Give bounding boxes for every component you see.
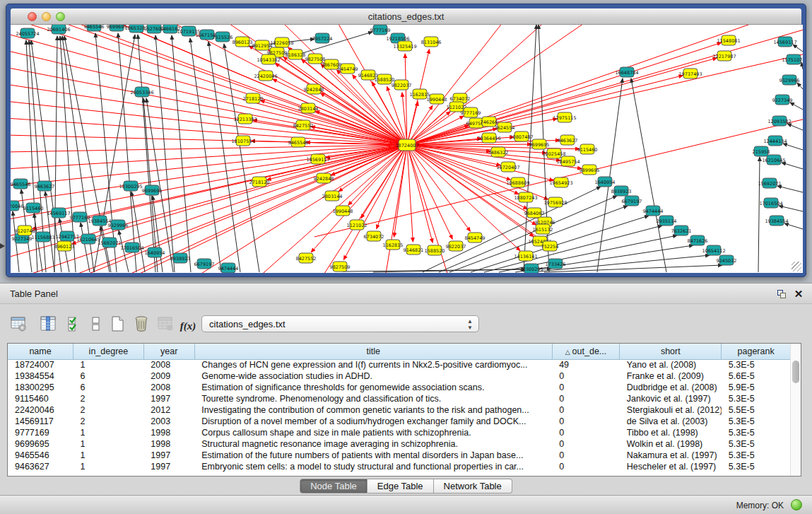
- graph-node[interactable]: 14569117: [47, 208, 70, 218]
- table-settings-icon[interactable]: [8, 315, 28, 334]
- graph-edge[interactable]: [407, 145, 520, 250]
- graph-node[interactable]: 16648784: [615, 67, 638, 77]
- function-builder-icon[interactable]: f(x): [178, 316, 198, 336]
- table-cell[interactable]: 9115460: [8, 393, 73, 404]
- graph-node[interactable]: 7632621: [671, 226, 692, 235]
- graph-edge[interactable]: [797, 83, 803, 89]
- graph-node[interactable]: 8454749: [338, 64, 358, 74]
- graph-node[interactable]: 1990448: [333, 206, 353, 216]
- graph-node[interactable]: 9242848: [314, 173, 334, 183]
- graph-node[interactable]: 9699695: [529, 139, 550, 149]
- delete-table-icon[interactable]: [155, 315, 175, 334]
- table-row[interactable]: 2242004622012Investigating the contribut…: [8, 404, 791, 416]
- graph-node[interactable]: 9463627: [558, 135, 578, 145]
- table-cell[interactable]: 1: [73, 461, 144, 472]
- column-header-name[interactable]: name: [8, 344, 73, 359]
- graph-node[interactable]: 8938923: [170, 253, 191, 263]
- graph-edge[interactable]: [34, 214, 42, 272]
- graph-node[interactable]: 8912954: [252, 40, 273, 50]
- graph-node[interactable]: 2935114: [657, 216, 677, 226]
- graph-edge[interactable]: [779, 206, 803, 211]
- graph-node[interactable]: 8960123: [54, 241, 75, 251]
- table-row[interactable]: 1872400712008Changes of HCN gene express…: [8, 359, 791, 370]
- graph-node[interactable]: 9684067: [524, 208, 545, 218]
- graph-node[interactable]: 9115460: [23, 203, 44, 213]
- new-table-icon[interactable]: [107, 315, 127, 334]
- table-cell[interactable]: Corpus callosum shape and size in male p…: [194, 427, 552, 438]
- table-cell[interactable]: 5.6E-5: [722, 370, 791, 382]
- graph-node[interactable]: 18300295: [519, 264, 543, 273]
- table-row[interactable]: 946362711997Embryonic stem cells: a mode…: [8, 461, 791, 472]
- table-cell[interactable]: 0: [552, 461, 620, 472]
- graph-node[interactable]: 10807487: [510, 132, 533, 141]
- table-cell[interactable]: 6: [73, 382, 144, 393]
- network-svg[interactable]: 2405572420691406946554696996951065328715…: [11, 25, 803, 273]
- table-cell[interactable]: 0: [552, 404, 620, 416]
- table-cell[interactable]: 2009: [143, 370, 194, 382]
- graph-node[interactable]: 12093582: [767, 116, 791, 126]
- table-cell[interactable]: 1: [73, 450, 144, 461]
- graph-node[interactable]: 8186328: [286, 49, 306, 59]
- graph-node[interactable]: 752254: [541, 241, 559, 251]
- graph-node[interactable]: 9474444: [218, 263, 239, 273]
- graph-node[interactable]: 9227349: [772, 95, 793, 105]
- graph-node[interactable]: 9699695: [107, 25, 127, 31]
- graph-node[interactable]: 9777169: [461, 107, 481, 117]
- graph-edge[interactable]: [407, 28, 803, 145]
- graph-node[interactable]: 16210645: [76, 234, 100, 244]
- table-cell[interactable]: 0: [552, 393, 620, 404]
- column-header-pagerank[interactable]: pagerank: [722, 344, 791, 359]
- table-cell[interactable]: 5.3E-5: [722, 450, 791, 461]
- table-cell[interactable]: Estimation of significance thresholds fo…: [194, 382, 552, 393]
- network-canvas[interactable]: 2405572420691406946554696996951065328715…: [11, 25, 803, 273]
- graph-node[interactable]: 1640954: [595, 177, 616, 187]
- graph-node[interactable]: 9120746: [15, 226, 35, 235]
- table-cell[interactable]: 5.3E-5: [722, 438, 791, 450]
- graph-node[interactable]: 9699695: [142, 185, 163, 195]
- table-cell[interactable]: Structural magnetic resonance image aver…: [194, 438, 552, 450]
- table-cell[interactable]: 1997: [143, 461, 194, 472]
- graph-node[interactable]: 9329966: [108, 220, 129, 230]
- table-cell[interactable]: 9465546: [8, 450, 73, 461]
- graph-node[interactable]: 8131046: [421, 37, 442, 47]
- table-cell[interactable]: 18300295: [8, 382, 73, 393]
- table-row[interactable]: 1938455462009Genome-wide association stu…: [8, 370, 791, 382]
- graph-node[interactable]: 8938923: [611, 186, 632, 196]
- column-header-in-degree[interactable]: in_degree: [73, 344, 144, 359]
- graph-edge[interactable]: [394, 145, 407, 237]
- table-row[interactable]: 1830029562008Estimation of significance …: [8, 382, 791, 393]
- table-cell[interactable]: 5.3E-5: [722, 427, 791, 438]
- graph-node[interactable]: 11548081: [717, 35, 740, 45]
- graph-node[interactable]: 18226058: [270, 37, 293, 47]
- table-cell[interactable]: 19384554: [8, 370, 73, 382]
- resize-grip[interactable]: [792, 262, 801, 271]
- graph-edge[interactable]: [94, 35, 135, 272]
- scrollbar-thumb[interactable]: [792, 361, 799, 383]
- graph-node[interactable]: 6734072: [364, 231, 384, 241]
- table-row[interactable]: 1456911722003Disruption of a novel membe…: [8, 416, 791, 427]
- graph-node[interactable]: 19384554: [765, 216, 788, 226]
- table-select-dropdown[interactable]: citations_edges.txt ▲▼: [201, 315, 479, 332]
- graph-edge[interactable]: [783, 144, 803, 150]
- graph-node[interactable]: 9899695: [579, 165, 600, 175]
- graph-node[interactable]: 2718120: [243, 93, 264, 103]
- graph-node[interactable]: 215958: [753, 146, 770, 156]
- column-header-year[interactable]: year: [143, 344, 194, 359]
- float-window-icon[interactable]: [775, 288, 788, 300]
- graph-node[interactable]: 15692071: [98, 238, 121, 247]
- table-cell[interactable]: 0: [552, 416, 620, 427]
- graph-node[interactable]: 15751074: [782, 54, 803, 64]
- graph-node[interactable]: 8427552: [296, 253, 317, 263]
- graph-node[interactable]: 7957224: [312, 33, 333, 43]
- table-cell[interactable]: 5.3E-5: [722, 393, 791, 404]
- table-cell[interactable]: 5.3E-5: [722, 461, 791, 472]
- graph-edge[interactable]: [407, 145, 413, 242]
- column-header-title[interactable]: title: [194, 344, 552, 359]
- table-cell[interactable]: 2: [73, 416, 144, 427]
- graph-node[interactable]: 7486322: [488, 147, 509, 157]
- column-header-out-degree[interactable]: △out_de...: [552, 344, 620, 359]
- graph-edge[interactable]: [782, 163, 803, 169]
- table-cell[interactable]: Changes of HCN gene expression and I(f) …: [194, 359, 552, 370]
- graph-edge[interactable]: [801, 62, 803, 69]
- graph-node[interactable]: 9115460: [577, 144, 598, 154]
